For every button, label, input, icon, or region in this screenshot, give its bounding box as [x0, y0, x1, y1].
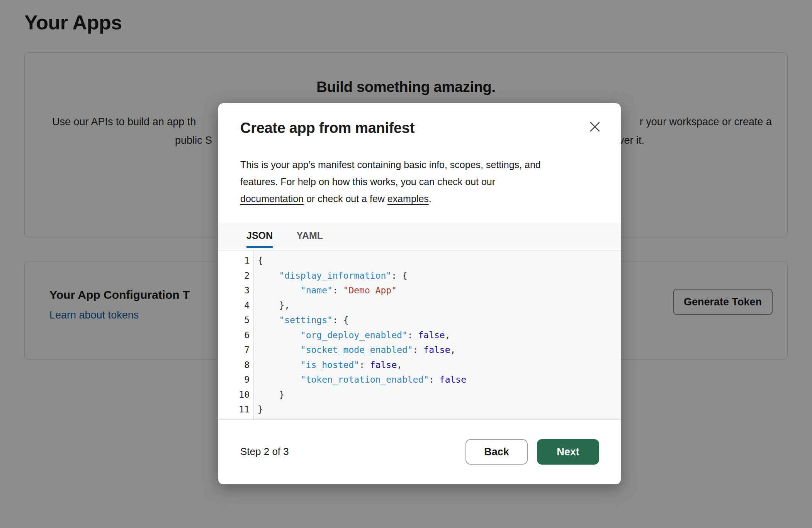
code-line: "display_information": { [258, 268, 466, 283]
code-token: "socket_mode_enabled" [301, 345, 413, 355]
description-text: . [429, 193, 431, 204]
code-token [258, 285, 301, 295]
line-number: 2 [218, 268, 250, 283]
code-token: "name" [301, 285, 333, 295]
code-line: "settings": { [258, 313, 466, 328]
line-number: 7 [218, 342, 250, 358]
back-button[interactable]: Back [465, 439, 528, 465]
code-token: : [333, 285, 343, 295]
close-icon [588, 120, 601, 133]
code-token: false [423, 345, 450, 355]
code-token: "display_information" [279, 271, 391, 281]
code-token: "org_deploy_enabled" [301, 330, 408, 340]
code-token [258, 360, 301, 370]
code-lines: { "display_information": { "name": "Demo… [254, 250, 466, 419]
code-gutter: 1234567891011 [218, 250, 254, 419]
code-token: "is_hosted" [301, 360, 359, 370]
code-line: "socket_mode_enabled": false, [258, 342, 466, 358]
code-token [258, 330, 301, 340]
code-token: "Demo App" [343, 285, 397, 295]
code-token: "settings" [279, 315, 332, 325]
code-token: : [359, 360, 370, 370]
code-line: { [258, 253, 466, 268]
line-number: 4 [218, 298, 250, 313]
code-token: : [408, 330, 418, 340]
code-line: "token_rotation_enabled": false [258, 372, 466, 387]
code-token: : { [333, 315, 349, 325]
description-text: or check out a few [304, 193, 387, 204]
code-token [258, 271, 279, 281]
code-line: }, [258, 298, 466, 313]
line-number: 5 [218, 313, 250, 328]
description-line: features. For help on how this works, yo… [240, 173, 600, 190]
next-button[interactable]: Next [537, 439, 599, 465]
tab-yaml[interactable]: YAML [297, 223, 323, 248]
code-token: "token_rotation_enabled" [301, 375, 429, 385]
code-line: } [258, 387, 466, 402]
line-number: 6 [218, 328, 250, 343]
tab-json[interactable]: JSON [246, 223, 273, 248]
description-line: documentation or check out a few example… [240, 190, 600, 207]
create-app-from-manifest-modal: Create app from manifest This is your ap… [218, 103, 621, 484]
code-line: "name": "Demo App" [258, 283, 466, 298]
code-token: false [370, 360, 397, 370]
code-token: }, [258, 300, 290, 310]
manifest-format-tab-bar: JSON YAML [218, 223, 621, 250]
modal-description: This is your app’s manifest containing b… [240, 156, 600, 207]
examples-link[interactable]: examples [387, 193, 429, 204]
description-line: This is your app’s manifest containing b… [240, 156, 600, 173]
code-token: : [429, 375, 440, 385]
code-token: } [258, 404, 263, 414]
code-token [258, 345, 301, 355]
code-token: , [445, 330, 450, 340]
code-token: false [440, 375, 466, 385]
line-number: 11 [218, 402, 250, 417]
line-number: 3 [218, 283, 250, 298]
code-token: , [450, 345, 456, 355]
modal-title: Create app from manifest [240, 120, 414, 136]
code-token: { [258, 255, 263, 266]
code-token: , [397, 360, 402, 370]
code-token: false [418, 330, 445, 340]
code-line: "org_deploy_enabled": false, [258, 328, 466, 343]
step-indicator: Step 2 of 3 [240, 446, 289, 458]
manifest-code-editor[interactable]: 1234567891011 { "display_information": {… [218, 250, 621, 420]
line-number: 1 [218, 253, 250, 268]
line-number: 10 [218, 387, 250, 402]
close-button[interactable] [585, 117, 605, 136]
code-line: } [258, 402, 466, 417]
code-token [258, 315, 279, 325]
code-token: } [258, 390, 284, 400]
line-number: 9 [218, 372, 250, 387]
line-number: 8 [218, 358, 250, 373]
documentation-link[interactable]: documentation [240, 193, 304, 204]
code-token: : { [391, 271, 408, 281]
code-token [258, 375, 301, 385]
code-line: "is_hosted": false, [258, 358, 466, 373]
code-token: : [413, 345, 424, 355]
